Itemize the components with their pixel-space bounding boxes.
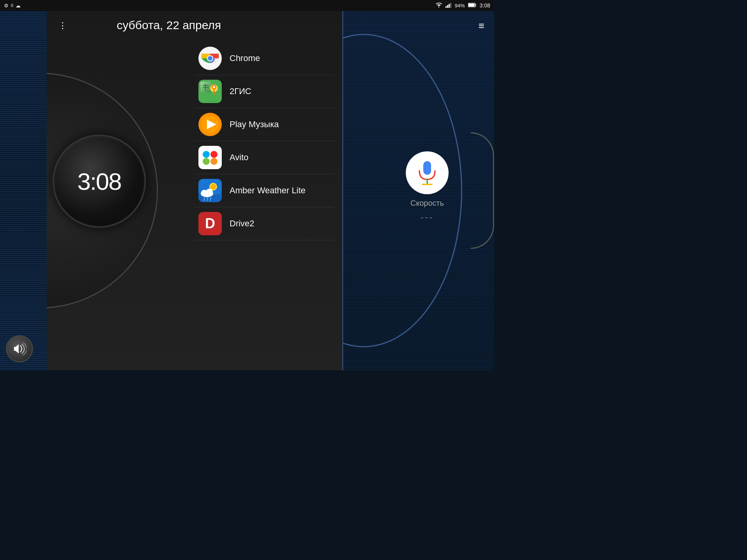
clock-time: 3:08 [77, 168, 121, 195]
left-panel [0, 11, 47, 370]
app-item-chrome[interactable]: Chrome [195, 42, 335, 75]
app-icon-chrome [198, 47, 222, 70]
svg-rect-6 [468, 4, 475, 7]
svg-rect-23 [198, 146, 222, 169]
app-label-avito: Avito [230, 152, 249, 163]
battery-icon [468, 3, 477, 9]
center-panel: ⋮ суббота, 22 апреля 3:08 [47, 11, 342, 370]
status-right-icons: 94% 3:08 [435, 2, 490, 9]
app-icon-2gis [198, 80, 222, 103]
status-time: 3:08 [480, 2, 490, 9]
app-icon-weather [198, 179, 222, 202]
mic-circle[interactable] [406, 151, 449, 194]
battery-text: 94% [455, 3, 465, 9]
speed-value: --- [421, 212, 434, 222]
right-panel: ≡ Скорость --- [342, 11, 494, 370]
signal-icon [445, 2, 452, 9]
three-dot-menu[interactable]: ⋮ [58, 21, 67, 31]
app-item-weather[interactable]: Amber Weather Lite [195, 174, 335, 207]
svg-rect-40 [423, 161, 431, 175]
svg-rect-2 [447, 5, 448, 8]
svg-point-10 [208, 56, 212, 61]
cloud-icon: ☁ [16, 3, 21, 9]
svg-rect-1 [445, 6, 447, 8]
svg-text:D: D [205, 215, 215, 231]
app-item-playmusic[interactable]: Play Музыка [195, 108, 335, 141]
date-display: суббота, 22 апреля [117, 19, 221, 32]
zero-badge: 0 [11, 3, 13, 8]
svg-point-24 [203, 151, 210, 158]
clock-dial: 3:08 [53, 135, 146, 228]
app-icon-playmusic [198, 113, 222, 136]
app-list: Chrome [195, 42, 335, 240]
wifi-icon [435, 2, 442, 9]
svg-point-25 [210, 151, 217, 158]
app-label-weather: Amber Weather Lite [230, 186, 305, 196]
speed-label: Скорость [410, 199, 444, 208]
hamburger-menu[interactable]: ≡ [479, 21, 484, 31]
app-label-drive2: Drive2 [230, 219, 254, 229]
status-left-icons: ⚙ 0 ☁ [4, 3, 21, 9]
app-label-playmusic: Play Музыка [230, 119, 279, 130]
svg-point-27 [210, 158, 217, 165]
svg-point-34 [206, 189, 213, 196]
svg-point-31 [210, 184, 216, 189]
right-arc-edge [471, 132, 494, 249]
volume-button[interactable] [6, 335, 33, 362]
svg-point-19 [213, 86, 215, 88]
app-item-2gis[interactable]: 2ГИС [195, 75, 335, 108]
svg-rect-3 [449, 4, 450, 8]
speed-widget: Скорость --- [406, 151, 449, 222]
svg-point-26 [203, 158, 210, 165]
app-icon-drive2: D [198, 212, 222, 235]
main-layout: ⋮ суббота, 22 апреля 3:08 [0, 11, 494, 370]
svg-rect-4 [450, 3, 451, 8]
settings-icon: ⚙ [4, 3, 9, 9]
app-item-avito[interactable]: Avito [195, 141, 335, 174]
status-bar: ⚙ 0 ☁ 94% [0, 0, 494, 11]
app-icon-avito [198, 146, 222, 169]
app-label-2gis: 2ГИС [230, 86, 251, 96]
app-label-chrome: Chrome [230, 53, 260, 63]
app-item-drive2[interactable]: D Drive2 [195, 207, 335, 240]
